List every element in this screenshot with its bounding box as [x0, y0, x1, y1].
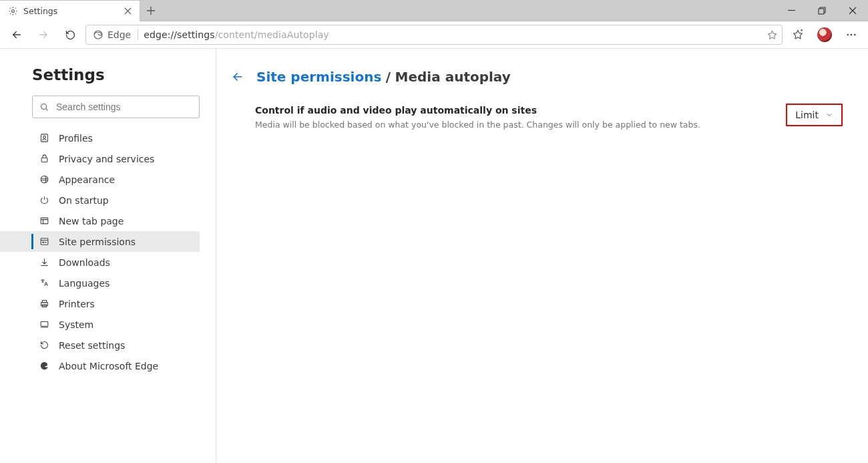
svg-rect-15	[42, 301, 46, 303]
sidebar-item-printers[interactable]: Printers	[0, 293, 200, 314]
settings-sidebar: Settings Profiles Privacy and services	[0, 49, 216, 463]
content-area: Settings Profiles Privacy and services	[0, 49, 868, 463]
favorites-button[interactable]	[787, 23, 809, 46]
more-menu-button[interactable]	[840, 23, 863, 46]
address-bar[interactable]: Edge edge://settings/content/mediaAutopl…	[85, 25, 783, 45]
site-identity[interactable]: Edge	[93, 29, 138, 40]
new-tab-button[interactable]	[140, 0, 162, 21]
language-icon	[39, 278, 49, 288]
dropdown-value: Limit	[795, 110, 819, 120]
svg-rect-17	[41, 321, 48, 326]
sidebar-item-system[interactable]: System	[0, 314, 200, 335]
breadcrumb-text: Site permissions / Media autoplay	[256, 69, 511, 85]
title-bar: Settings	[0, 0, 868, 21]
breadcrumb: Site permissions / Media autoplay	[228, 67, 843, 86]
power-icon	[39, 195, 49, 205]
svg-point-5	[854, 34, 856, 36]
page-title: Settings	[32, 66, 200, 84]
refresh-button[interactable]	[59, 23, 81, 46]
main-pane: Site permissions / Media autoplay Contro…	[216, 49, 868, 463]
sidebar-item-privacy[interactable]: Privacy and services	[0, 148, 200, 169]
settings-nav: Profiles Privacy and services Appearance…	[0, 128, 200, 376]
profile-avatar[interactable]	[813, 23, 836, 46]
sidebar-item-newtab[interactable]: New tab page	[0, 210, 200, 231]
sidebar-item-reset[interactable]: Reset settings	[0, 335, 200, 355]
setting-text-block: Control if audio and video play automati…	[255, 105, 700, 130]
permissions-icon	[39, 237, 49, 247]
browser-tab[interactable]: Settings	[0, 0, 140, 21]
media-autoplay-setting: Control if audio and video play automati…	[255, 105, 843, 130]
avatar-image	[817, 27, 832, 42]
svg-point-8	[43, 136, 45, 138]
back-button[interactable]	[5, 23, 28, 46]
site-identity-label: Edge	[107, 29, 131, 40]
download-icon	[39, 257, 49, 267]
sidebar-item-label: System	[59, 319, 93, 330]
forward-button[interactable]	[32, 23, 55, 46]
sidebar-item-label: New tab page	[59, 216, 124, 226]
svg-point-6	[41, 104, 47, 109]
search-icon	[39, 102, 49, 112]
svg-point-3	[847, 34, 849, 36]
printer-icon	[39, 299, 49, 309]
search-input[interactable]	[56, 102, 192, 112]
setting-description: Media will be blocked based on what you'…	[255, 120, 700, 130]
setting-title: Control if audio and video play automati…	[255, 105, 700, 116]
sidebar-item-downloads[interactable]: Downloads	[0, 252, 200, 273]
edge-logo-icon	[93, 29, 103, 40]
system-icon	[39, 319, 49, 329]
sidebar-item-label: About Microsoft Edge	[59, 361, 158, 371]
sidebar-item-label: Site permissions	[59, 237, 136, 247]
svg-rect-12	[41, 239, 48, 245]
sidebar-item-label: Appearance	[59, 174, 115, 185]
sidebar-item-profiles[interactable]: Profiles	[0, 128, 200, 148]
sidebar-item-startup[interactable]: On startup	[0, 190, 200, 210]
svg-rect-1	[819, 9, 824, 14]
sidebar-item-label: On startup	[59, 195, 109, 206]
breadcrumb-link[interactable]: Site permissions	[256, 69, 381, 85]
reset-icon	[39, 340, 49, 350]
sidebar-item-label: Printers	[59, 299, 95, 309]
breadcrumb-current: Media autoplay	[395, 69, 511, 85]
sidebar-item-languages[interactable]: Languages	[0, 273, 200, 293]
svg-point-4	[851, 34, 853, 36]
close-window-button[interactable]	[837, 0, 868, 21]
chevron-down-icon	[825, 111, 833, 119]
svg-rect-9	[41, 158, 47, 162]
autoplay-dropdown[interactable]: Limit	[786, 104, 843, 126]
maximize-button[interactable]	[807, 0, 837, 21]
sidebar-item-about[interactable]: About Microsoft Edge	[0, 355, 200, 376]
gear-icon	[8, 6, 18, 16]
sidebar-item-label: Languages	[59, 278, 110, 289]
favorite-star-icon[interactable]	[767, 29, 778, 41]
grid-icon	[39, 216, 49, 226]
profile-icon	[39, 133, 49, 143]
svg-point-13	[42, 242, 43, 243]
minimize-button[interactable]	[776, 0, 807, 21]
svg-point-0	[12, 10, 15, 13]
sidebar-item-appearance[interactable]: Appearance	[0, 169, 200, 190]
edge-icon	[39, 361, 49, 371]
appearance-icon	[39, 174, 49, 184]
url-text: edge://settings/content/mediaAutoplay	[144, 29, 761, 40]
breadcrumb-back-button[interactable]	[228, 67, 247, 86]
sidebar-item-label: Reset settings	[59, 340, 125, 351]
tab-title: Settings	[23, 6, 117, 16]
sidebar-item-label: Downloads	[59, 257, 110, 268]
sidebar-item-site-permissions[interactable]: Site permissions	[0, 231, 200, 252]
search-settings[interactable]	[32, 96, 200, 118]
sidebar-item-label: Privacy and services	[59, 154, 154, 164]
svg-rect-11	[41, 218, 48, 224]
lock-icon	[39, 154, 49, 164]
title-bar-drag-region	[162, 0, 776, 21]
sidebar-item-label: Profiles	[59, 133, 93, 144]
close-icon[interactable]	[122, 6, 133, 17]
svg-point-10	[41, 176, 48, 183]
svg-rect-7	[41, 134, 47, 142]
breadcrumb-separator: /	[386, 69, 391, 85]
browser-toolbar: Edge edge://settings/content/mediaAutopl…	[0, 21, 868, 49]
window-controls	[776, 0, 868, 21]
